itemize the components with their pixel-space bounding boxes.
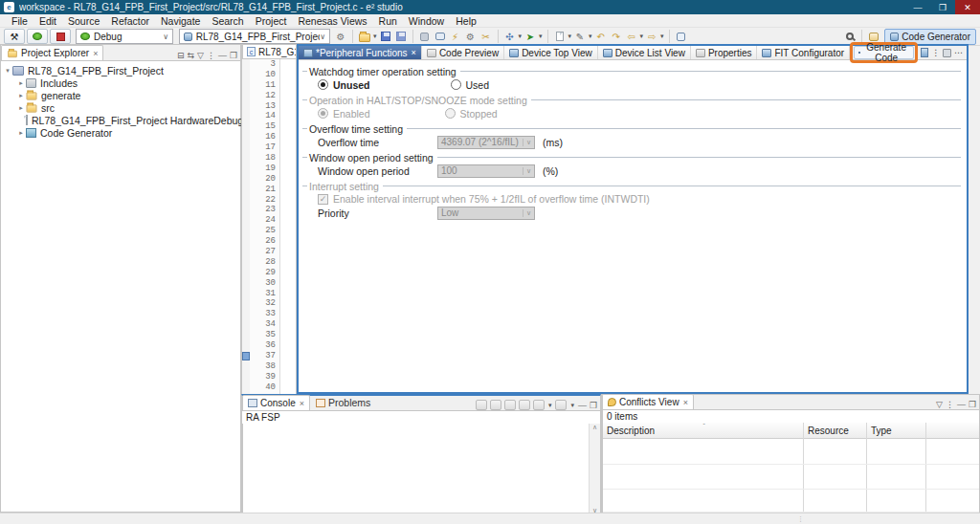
search-icon[interactable] xyxy=(843,31,857,43)
close-tab-icon[interactable]: × xyxy=(300,399,304,408)
tree-item-generate[interactable]: ▸ generate xyxy=(3,89,240,101)
tree-item-project[interactable]: ▾ RL78_G14_FPB_First_Project xyxy=(3,64,240,76)
expander-icon[interactable]: ▾ xyxy=(3,67,12,75)
menu-item[interactable]: Project xyxy=(250,15,293,27)
filter-icon[interactable]: ▽ xyxy=(197,51,204,60)
console-output[interactable]: ∧ ∨ xyxy=(242,424,600,514)
expander-icon[interactable]: ▸ xyxy=(16,92,26,99)
tree-item-includes[interactable]: ▸ Includes xyxy=(3,76,240,89)
tree-item-code-generator[interactable]: ▸ Code Generator xyxy=(3,126,240,139)
toolbar-overflow-icon[interactable]: ⋯ xyxy=(954,48,963,57)
tree-item-launch-file[interactable]: RL78_G14_FPB_First_Project HardwareDebug… xyxy=(3,114,240,126)
new-wizard-dropdown-icon[interactable]: ▾ xyxy=(373,33,377,40)
tab-properties[interactable]: Properties xyxy=(691,46,758,59)
menu-item[interactable]: Search xyxy=(206,15,249,27)
generate-code-button[interactable]: Generate Code xyxy=(854,46,914,59)
menu-item[interactable]: Edit xyxy=(33,15,62,27)
close-tab-icon[interactable]: × xyxy=(412,48,416,57)
scroll-up-icon[interactable]: ∧ xyxy=(592,424,597,431)
display-console-icon[interactable] xyxy=(533,400,545,410)
launch-mode-combo[interactable]: Debug ∨ xyxy=(76,29,173,44)
minimize-view-icon[interactable]: — xyxy=(218,51,227,60)
console-view-icon[interactable] xyxy=(434,31,447,43)
menu-item[interactable]: Renesas Views xyxy=(292,15,372,27)
build-button[interactable]: ⚒ xyxy=(4,29,25,44)
forward-nav-icon[interactable]: ⇨ xyxy=(645,31,658,43)
clear-console-icon[interactable] xyxy=(476,400,487,410)
new-c-file-dropdown-icon[interactable]: ▾ xyxy=(568,33,572,40)
new-c-file-icon[interactable] xyxy=(553,31,567,43)
debug-tool-dropdown-icon[interactable]: ▾ xyxy=(519,33,523,40)
filter-icon[interactable]: ▽ xyxy=(936,400,943,409)
view-menu-icon[interactable]: ⋮ xyxy=(207,51,215,60)
tab-problems[interactable]: Problems xyxy=(310,395,376,410)
settings-gear-icon[interactable]: ⚙ xyxy=(464,31,478,43)
statusbar-drag-handle[interactable]: ⋮ xyxy=(797,515,804,523)
console-vertical-scrollbar[interactable]: ∧ ∨ xyxy=(589,424,600,514)
run-icon[interactable]: ➤ xyxy=(523,31,537,43)
undo-icon[interactable]: ↶ xyxy=(594,31,608,43)
menu-item[interactable]: File xyxy=(6,15,33,27)
back-nav-dropdown-icon[interactable]: ▾ xyxy=(640,33,644,40)
forward-nav-dropdown-icon[interactable]: ▾ xyxy=(660,33,664,40)
tab-project-explorer[interactable]: Project Explorer × xyxy=(1,45,103,60)
open-external-icon[interactable] xyxy=(675,31,688,43)
terminate-button[interactable] xyxy=(50,29,71,44)
expander-icon[interactable]: ▸ xyxy=(16,79,26,87)
debug-tool-icon[interactable]: ✣ xyxy=(503,31,517,43)
print-icon[interactable] xyxy=(943,49,951,57)
menu-item[interactable]: Refactor xyxy=(105,15,155,27)
close-window-button[interactable]: ✕ xyxy=(955,0,980,14)
maximize-view-icon[interactable]: ❐ xyxy=(230,51,237,60)
link-with-editor-icon[interactable]: ⇆ xyxy=(187,51,194,60)
expander-icon[interactable]: ▸ xyxy=(16,129,26,137)
search-dropdown-icon[interactable]: ▾ xyxy=(589,33,592,40)
save-all-icon[interactable] xyxy=(394,31,408,43)
menu-item[interactable]: Window xyxy=(403,15,450,27)
column-header-resource[interactable]: Resource xyxy=(804,423,866,439)
word-wrap-icon[interactable] xyxy=(504,400,516,410)
expander-icon[interactable]: ▸ xyxy=(16,104,26,112)
minimize-window-button[interactable]: — xyxy=(905,0,930,14)
minimize-view-icon[interactable]: — xyxy=(957,400,966,409)
tab-peripheral-functions[interactable]: *Peripheral Functions × xyxy=(299,46,422,59)
tab-code-preview[interactable]: Code Preview xyxy=(422,46,504,59)
menu-item[interactable]: Run xyxy=(373,15,403,27)
tab-conflicts-view[interactable]: Conflicts View × xyxy=(602,394,694,409)
radio-unused[interactable] xyxy=(318,79,328,90)
view-menu-icon[interactable]: ⋮ xyxy=(946,400,954,409)
build-all-icon[interactable] xyxy=(418,31,432,43)
minimize-view-icon[interactable]: — xyxy=(578,401,587,410)
menu-item[interactable]: Source xyxy=(62,15,105,27)
tree-item-src[interactable]: ▸ src xyxy=(3,101,240,114)
maximize-view-icon[interactable]: ❐ xyxy=(590,401,597,410)
trace-icon[interactable]: ✂ xyxy=(479,31,493,43)
open-perspective-icon[interactable] xyxy=(867,31,880,43)
run-dropdown-icon[interactable]: ▾ xyxy=(539,33,543,40)
launch-settings-gear-icon[interactable]: ⚙ xyxy=(334,31,347,43)
flash-programmer-icon[interactable]: ⚡ xyxy=(449,31,462,43)
tab-editor-c-file[interactable]: c RL78_G14_F xyxy=(242,45,296,58)
tab-console[interactable]: Console × xyxy=(242,395,310,410)
menu-item[interactable]: Help xyxy=(450,15,482,27)
tab-fit-configurator[interactable]: FIT Configurator xyxy=(757,46,850,59)
editor-content[interactable] xyxy=(280,59,296,395)
view-menu-icon[interactable]: ⋮ xyxy=(931,48,940,57)
tab-device-list-view[interactable]: Device List View xyxy=(598,46,691,59)
menu-item[interactable]: Navigate xyxy=(155,15,206,27)
redo-icon[interactable]: ↷ xyxy=(610,31,623,43)
close-tab-icon[interactable]: × xyxy=(93,49,98,58)
maximize-window-button[interactable]: ❐ xyxy=(930,0,955,14)
generate-report-icon[interactable] xyxy=(921,48,928,57)
tab-device-top-view[interactable]: Device Top View xyxy=(504,46,598,59)
pin-console-icon[interactable] xyxy=(519,400,530,410)
radio-used[interactable] xyxy=(451,79,461,90)
close-tab-icon[interactable]: × xyxy=(683,398,688,407)
open-console-dropdown-icon[interactable]: ▾ xyxy=(570,402,574,409)
search-toolbar-icon[interactable]: ✎ xyxy=(573,31,587,43)
back-nav-icon[interactable]: ⇦ xyxy=(625,31,638,43)
debug-button[interactable] xyxy=(27,29,48,44)
collapse-all-icon[interactable]: ⊟ xyxy=(177,51,185,60)
column-header-description[interactable]: Description ˆ xyxy=(603,423,803,439)
launch-config-combo[interactable]: RL78_G14_FPB_First_Project ∨ xyxy=(179,29,330,44)
